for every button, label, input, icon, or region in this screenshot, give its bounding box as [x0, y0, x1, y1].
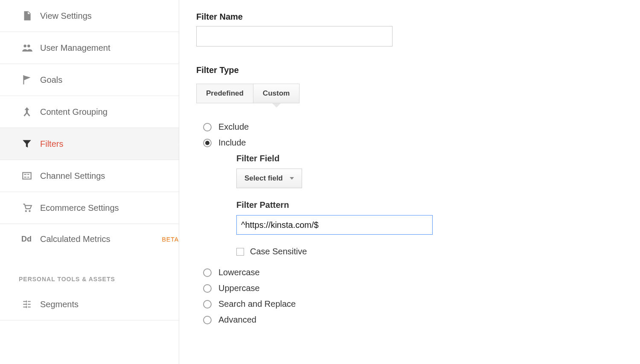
caret-down-icon [290, 177, 294, 180]
filter-name-label: Filter Name [196, 12, 640, 22]
filter-pattern-input[interactable] [236, 215, 433, 235]
select-field-dropdown[interactable]: Select field [236, 169, 302, 188]
sidebar-item-calculated-metrics[interactable]: Dd Calculated Metrics BETA [0, 224, 179, 254]
users-icon [21, 42, 40, 53]
radio-label: Uppercase [218, 283, 260, 293]
sidebar-item-goals[interactable]: Goals [0, 64, 179, 96]
radio-label: Lowercase [218, 268, 260, 277]
filter-type-tabs: Predefined Custom [196, 84, 300, 103]
radio-row-search-replace[interactable]: Search and Replace [203, 299, 640, 309]
radio-row-exclude[interactable]: Exclude [203, 122, 640, 132]
sidebar-item-ecommerce-settings[interactable]: Ecommerce Settings [0, 192, 179, 224]
sidebar-item-label: Channel Settings [40, 171, 179, 181]
main-content: Filter Name Filter Type Predefined Custo… [179, 0, 640, 364]
channel-icon [21, 170, 40, 181]
flag-icon [21, 74, 40, 85]
sidebar-item-user-management[interactable]: User Management [0, 32, 179, 64]
radio-row-advanced[interactable]: Advanced [203, 315, 640, 325]
radio-label: Search and Replace [218, 299, 296, 309]
sidebar-item-label: Segments [40, 300, 179, 309]
sidebar-item-label: Goals [40, 75, 179, 85]
sidebar-item-label: Content Grouping [40, 107, 179, 117]
sidebar-item-content-grouping[interactable]: Content Grouping [0, 96, 179, 128]
radio-lowercase[interactable] [203, 268, 212, 277]
filter-pattern-label: Filter Pattern [236, 200, 640, 210]
filter-name-input[interactable] [196, 26, 393, 47]
radio-uppercase[interactable] [203, 284, 212, 293]
dd-icon: Dd [21, 235, 40, 244]
radio-exclude[interactable] [203, 123, 212, 131]
select-field-label: Select field [244, 174, 283, 183]
radio-label: Include [218, 138, 246, 148]
merge-icon [21, 106, 40, 117]
case-sensitive-row[interactable]: Case Sensitive [236, 247, 640, 256]
radio-row-uppercase[interactable]: Uppercase [203, 283, 640, 293]
sidebar-item-channel-settings[interactable]: Channel Settings [0, 160, 179, 192]
radio-label: Advanced [218, 315, 256, 325]
sidebar-item-label: Calculated Metrics [40, 234, 159, 244]
radio-advanced[interactable] [203, 316, 212, 324]
sidebar-section-title: PERSONAL TOOLS & ASSETS [0, 254, 179, 288]
radio-label: Exclude [218, 122, 249, 132]
radio-row-include[interactable]: Include [203, 138, 640, 148]
svg-point-4 [29, 210, 30, 212]
svg-point-3 [25, 210, 27, 212]
sidebar-item-view-settings[interactable]: View Settings [0, 0, 179, 32]
sidebar-item-label: User Management [40, 43, 179, 53]
radio-include[interactable] [203, 139, 212, 147]
filter-field-label: Filter Field [236, 154, 640, 163]
sidebar: View Settings User Management Goals Cont… [0, 0, 179, 364]
radio-row-lowercase[interactable]: Lowercase [203, 268, 640, 277]
sidebar-item-filters[interactable]: Filters [0, 128, 179, 160]
filter-type-label: Filter Type [196, 65, 640, 75]
segments-icon [21, 299, 40, 310]
tab-custom[interactable]: Custom [253, 84, 299, 103]
case-sensitive-label: Case Sensitive [250, 247, 307, 256]
sidebar-item-label: Filters [40, 139, 179, 149]
case-sensitive-checkbox[interactable] [236, 248, 244, 256]
svg-point-0 [23, 44, 26, 47]
tab-predefined[interactable]: Predefined [197, 84, 253, 103]
svg-point-1 [27, 44, 30, 47]
svg-rect-2 [23, 172, 31, 179]
funnel-icon [21, 138, 40, 149]
beta-badge: BETA [162, 236, 179, 243]
sidebar-item-label: Ecommerce Settings [40, 203, 179, 213]
file-icon [21, 10, 40, 21]
sidebar-item-segments[interactable]: Segments [0, 288, 179, 320]
cart-icon [21, 202, 40, 213]
radio-search-replace[interactable] [203, 300, 212, 309]
sidebar-item-label: View Settings [40, 11, 179, 21]
